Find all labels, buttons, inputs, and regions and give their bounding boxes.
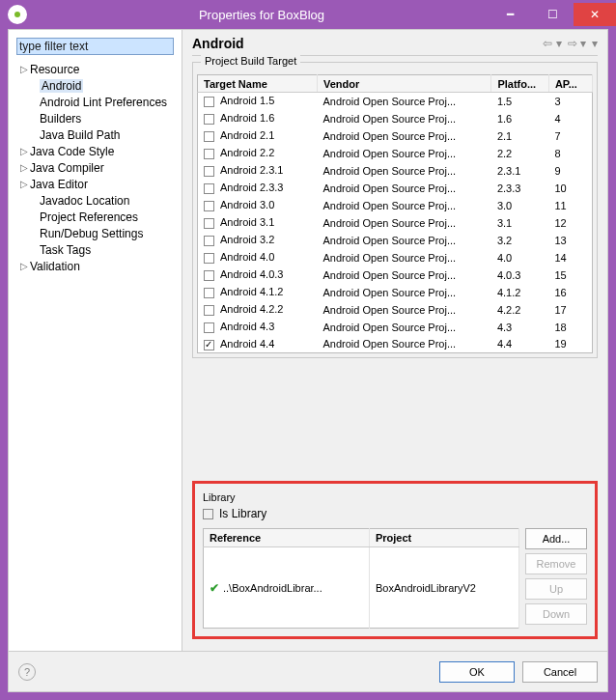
expander-icon[interactable]: ▷ xyxy=(18,64,30,74)
check-icon: ✔ xyxy=(210,581,219,595)
tree-item-label: Java Build Path xyxy=(40,128,120,142)
col-api[interactable]: AP... xyxy=(548,75,592,93)
build-target-group: Project Build Target Target Name Vendor … xyxy=(192,62,598,358)
target-checkbox[interactable] xyxy=(204,166,214,177)
tree-item[interactable]: Task Tags xyxy=(18,241,178,258)
help-icon[interactable]: ? xyxy=(18,663,36,681)
is-library-label: Is Library xyxy=(219,507,266,520)
table-row[interactable]: Android 4.4Android Open Source Proj...4.… xyxy=(198,336,593,353)
is-library-checkbox[interactable]: Is Library xyxy=(203,507,587,520)
tree-item[interactable]: ▷Java Code Style xyxy=(18,143,178,159)
bottom-bar: ? OK Cancel xyxy=(9,651,607,691)
expander-icon[interactable]: ▷ xyxy=(18,179,30,189)
target-checkbox[interactable] xyxy=(204,340,214,350)
tree-item-label: Validation xyxy=(30,260,80,273)
category-tree[interactable]: ▷ResourceAndroidAndroid Lint Preferences… xyxy=(13,61,178,645)
app-icon xyxy=(8,5,27,24)
table-row[interactable]: Android 3.2Android Open Source Proj...3.… xyxy=(198,232,593,249)
build-target-title: Project Build Target xyxy=(201,55,300,67)
target-checkbox[interactable] xyxy=(204,270,214,281)
page-title: Android xyxy=(192,36,537,51)
target-checkbox[interactable] xyxy=(204,236,214,246)
filter-input[interactable] xyxy=(16,38,174,55)
table-row[interactable]: Android 1.6Android Open Source Proj...1.… xyxy=(198,110,593,127)
tree-item[interactable]: ▷Validation xyxy=(18,258,178,274)
target-checkbox[interactable] xyxy=(204,114,214,125)
cancel-button[interactable]: Cancel xyxy=(522,661,598,683)
table-row[interactable]: Android 4.0.3Android Open Source Proj...… xyxy=(198,266,593,284)
expander-icon[interactable]: ▷ xyxy=(18,146,30,156)
ok-button[interactable]: OK xyxy=(439,661,515,683)
menu-icon[interactable]: ▾ xyxy=(592,37,598,50)
target-checkbox[interactable] xyxy=(204,97,214,107)
target-checkbox[interactable] xyxy=(204,149,214,159)
down-button: Down xyxy=(525,603,587,625)
col-reference[interactable]: Reference xyxy=(204,529,370,547)
target-checkbox[interactable] xyxy=(204,253,214,264)
col-vendor[interactable]: Vendor xyxy=(318,75,491,93)
tree-item[interactable]: ▷Java Editor xyxy=(18,176,178,192)
table-row[interactable]: Android 1.5Android Open Source Proj...1.… xyxy=(198,93,593,110)
expander-icon[interactable]: ▷ xyxy=(18,162,30,173)
window-title: Properties for BoxBlog xyxy=(35,8,489,22)
tree-item-label: Javadoc Location xyxy=(40,194,129,208)
tree-item[interactable]: Android xyxy=(18,77,178,94)
tree-item-label: Task Tags xyxy=(40,243,91,257)
tree-item[interactable]: Builders xyxy=(18,110,178,126)
minimize-button[interactable]: ━ xyxy=(489,3,531,26)
build-target-table[interactable]: Target Name Vendor Platfo... AP... Andro… xyxy=(197,74,593,353)
forward-icon[interactable]: ⇨ ▾ xyxy=(568,37,586,50)
table-row[interactable]: Android 4.3Android Open Source Proj...4.… xyxy=(198,319,593,336)
svg-point-0 xyxy=(14,12,20,17)
target-checkbox[interactable] xyxy=(204,305,214,316)
tree-item-label: Android xyxy=(40,79,83,93)
table-row[interactable]: Android 3.0Android Open Source Proj...3.… xyxy=(198,197,593,214)
tree-item[interactable]: Javadoc Location xyxy=(18,192,178,209)
titlebar[interactable]: Properties for BoxBlog ━ ☐ ✕ xyxy=(0,0,616,29)
tree-item-label: Builders xyxy=(40,112,81,126)
table-row[interactable]: Android 4.2.2Android Open Source Proj...… xyxy=(198,301,593,319)
add-button[interactable]: Add... xyxy=(525,528,587,549)
tree-item-label: Android Lint Preferences xyxy=(40,96,167,109)
table-row[interactable]: ✔..\BoxAndroidLibrar...BoxAndroidLibrary… xyxy=(204,547,519,629)
target-checkbox[interactable] xyxy=(204,131,214,142)
tree-item-label: Project References xyxy=(40,210,138,224)
target-checkbox[interactable] xyxy=(204,288,214,298)
target-checkbox[interactable] xyxy=(204,218,214,229)
tree-item[interactable]: Run/Debug Settings xyxy=(18,225,178,241)
table-row[interactable]: Android 2.2Android Open Source Proj...2.… xyxy=(198,145,593,162)
col-project[interactable]: Project xyxy=(369,529,518,547)
tree-item[interactable]: Android Lint Preferences xyxy=(18,94,178,110)
category-tree-pane: ▷ResourceAndroidAndroid Lint Preferences… xyxy=(9,30,182,651)
close-button[interactable]: ✕ xyxy=(574,3,616,26)
target-checkbox[interactable] xyxy=(204,183,214,194)
tree-item[interactable]: ▷Java Compiler xyxy=(18,159,178,176)
tree-item[interactable]: Java Build Path xyxy=(18,126,178,143)
table-row[interactable]: Android 2.3.1Android Open Source Proj...… xyxy=(198,162,593,180)
table-row[interactable]: Android 4.1.2Android Open Source Proj...… xyxy=(198,284,593,301)
table-row[interactable]: Android 2.3.3Android Open Source Proj...… xyxy=(198,180,593,197)
tree-item-label: Java Compiler xyxy=(30,161,104,175)
expander-icon[interactable]: ▷ xyxy=(18,261,30,271)
back-icon[interactable]: ⇦ ▾ xyxy=(543,37,561,50)
table-row[interactable]: Android 4.0Android Open Source Proj...4.… xyxy=(198,249,593,266)
library-group: Library Is Library Reference Project ✔..… xyxy=(192,481,598,639)
library-title: Library xyxy=(203,491,587,503)
target-checkbox[interactable] xyxy=(204,322,214,333)
library-table[interactable]: Reference Project ✔..\BoxAndroidLibrar..… xyxy=(203,528,519,629)
tree-item[interactable]: Project References xyxy=(18,209,178,225)
col-platform[interactable]: Platfo... xyxy=(491,75,548,93)
maximize-button[interactable]: ☐ xyxy=(531,3,574,26)
table-row[interactable]: Android 3.1Android Open Source Proj...3.… xyxy=(198,214,593,232)
remove-button: Remove xyxy=(525,553,587,574)
tree-item-label: Java Editor xyxy=(30,178,88,191)
tree-item-label: Resource xyxy=(30,63,79,76)
tree-item[interactable]: ▷Resource xyxy=(18,61,178,77)
col-target-name[interactable]: Target Name xyxy=(198,75,318,93)
table-row[interactable]: Android 2.1Android Open Source Proj...2.… xyxy=(198,127,593,145)
up-button: Up xyxy=(525,578,587,600)
tree-item-label: Java Code Style xyxy=(30,145,114,158)
tree-item-label: Run/Debug Settings xyxy=(40,227,143,240)
target-checkbox[interactable] xyxy=(204,201,214,211)
